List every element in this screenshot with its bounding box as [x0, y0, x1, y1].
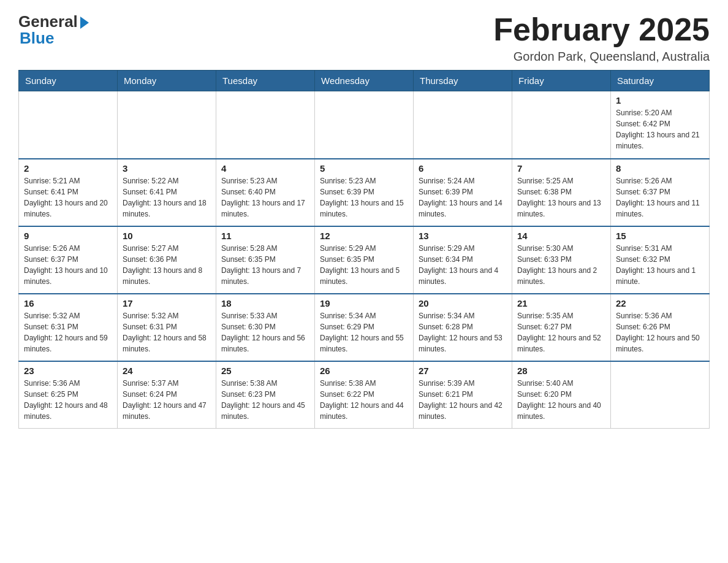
calendar-header-saturday: Saturday [611, 71, 710, 91]
calendar-cell: 23Sunrise: 5:36 AMSunset: 6:25 PMDayligh… [19, 361, 118, 429]
week-row-2: 2Sunrise: 5:21 AMSunset: 6:41 PMDaylight… [19, 159, 710, 226]
calendar-cell [611, 361, 710, 429]
day-info: Sunrise: 5:31 AMSunset: 6:32 PMDaylight:… [616, 243, 704, 287]
day-number: 17 [123, 298, 211, 308]
day-number: 8 [616, 163, 704, 174]
day-info: Sunrise: 5:36 AMSunset: 6:25 PMDaylight:… [24, 378, 112, 422]
day-number: 4 [221, 163, 309, 174]
day-info: Sunrise: 5:27 AMSunset: 6:36 PMDaylight:… [123, 243, 211, 287]
calendar-header-tuesday: Tuesday [216, 71, 315, 91]
day-info: Sunrise: 5:29 AMSunset: 6:35 PMDaylight:… [320, 243, 408, 287]
calendar-header-friday: Friday [512, 71, 611, 91]
week-row-4: 16Sunrise: 5:32 AMSunset: 6:31 PMDayligh… [19, 294, 710, 361]
calendar-cell: 21Sunrise: 5:35 AMSunset: 6:27 PMDayligh… [512, 294, 611, 361]
day-number: 25 [221, 366, 309, 376]
day-info: Sunrise: 5:38 AMSunset: 6:22 PMDaylight:… [320, 378, 408, 422]
day-number: 5 [320, 163, 408, 174]
calendar-cell: 1Sunrise: 5:20 AMSunset: 6:42 PMDaylight… [611, 91, 710, 159]
calendar-cell [315, 91, 414, 159]
calendar-cell: 10Sunrise: 5:27 AMSunset: 6:36 PMDayligh… [118, 226, 216, 294]
day-number: 28 [517, 366, 605, 376]
calendar-cell [414, 91, 512, 159]
day-number: 24 [123, 366, 211, 376]
calendar-cell: 4Sunrise: 5:23 AMSunset: 6:40 PMDaylight… [216, 159, 315, 226]
day-info: Sunrise: 5:23 AMSunset: 6:40 PMDaylight:… [221, 175, 309, 220]
calendar-cell: 2Sunrise: 5:21 AMSunset: 6:41 PMDaylight… [19, 159, 118, 226]
calendar-cell: 22Sunrise: 5:36 AMSunset: 6:26 PMDayligh… [611, 294, 710, 361]
calendar-cell: 28Sunrise: 5:40 AMSunset: 6:20 PMDayligh… [512, 361, 611, 429]
calendar-cell: 7Sunrise: 5:25 AMSunset: 6:38 PMDaylight… [512, 159, 611, 226]
calendar-cell: 11Sunrise: 5:28 AMSunset: 6:35 PMDayligh… [216, 226, 315, 294]
calendar-cell: 13Sunrise: 5:29 AMSunset: 6:34 PMDayligh… [414, 226, 512, 294]
calendar-cell: 20Sunrise: 5:34 AMSunset: 6:28 PMDayligh… [414, 294, 512, 361]
location-text: Gordon Park, Queensland, Australia [493, 50, 710, 64]
day-info: Sunrise: 5:34 AMSunset: 6:28 PMDaylight:… [419, 310, 507, 354]
day-info: Sunrise: 5:40 AMSunset: 6:20 PMDaylight:… [517, 378, 605, 422]
day-number: 19 [320, 298, 408, 308]
calendar-cell: 24Sunrise: 5:37 AMSunset: 6:24 PMDayligh… [118, 361, 216, 429]
page-header: General Blue February 2025 Gordon Park, … [18, 12, 710, 64]
day-number: 22 [616, 298, 704, 308]
day-number: 26 [320, 366, 408, 376]
day-info: Sunrise: 5:36 AMSunset: 6:26 PMDaylight:… [616, 310, 704, 354]
week-row-3: 9Sunrise: 5:26 AMSunset: 6:37 PMDaylight… [19, 226, 710, 294]
day-number: 13 [419, 231, 507, 241]
week-row-5: 23Sunrise: 5:36 AMSunset: 6:25 PMDayligh… [19, 361, 710, 429]
day-info: Sunrise: 5:20 AMSunset: 6:42 PMDaylight:… [616, 107, 704, 151]
day-info: Sunrise: 5:22 AMSunset: 6:41 PMDaylight:… [123, 175, 211, 220]
week-row-1: 1Sunrise: 5:20 AMSunset: 6:42 PMDaylight… [19, 91, 710, 159]
day-info: Sunrise: 5:24 AMSunset: 6:39 PMDaylight:… [419, 175, 507, 220]
calendar-header-monday: Monday [118, 71, 216, 91]
title-block: February 2025 Gordon Park, Queensland, A… [493, 12, 710, 64]
day-number: 6 [419, 163, 507, 174]
day-info: Sunrise: 5:25 AMSunset: 6:38 PMDaylight:… [517, 175, 605, 220]
logo: General Blue [18, 12, 89, 48]
calendar-cell: 25Sunrise: 5:38 AMSunset: 6:23 PMDayligh… [216, 361, 315, 429]
month-title: February 2025 [493, 12, 710, 47]
calendar-cell: 16Sunrise: 5:32 AMSunset: 6:31 PMDayligh… [19, 294, 118, 361]
day-info: Sunrise: 5:38 AMSunset: 6:23 PMDaylight:… [221, 378, 309, 422]
calendar-cell: 27Sunrise: 5:39 AMSunset: 6:21 PMDayligh… [414, 361, 512, 429]
calendar-table: SundayMondayTuesdayWednesdayThursdayFrid… [18, 70, 710, 429]
day-number: 11 [221, 231, 309, 241]
day-info: Sunrise: 5:26 AMSunset: 6:37 PMDaylight:… [616, 175, 704, 220]
day-info: Sunrise: 5:21 AMSunset: 6:41 PMDaylight:… [24, 175, 112, 220]
calendar-header-row: SundayMondayTuesdayWednesdayThursdayFrid… [19, 71, 710, 91]
day-number: 3 [123, 163, 211, 174]
day-info: Sunrise: 5:32 AMSunset: 6:31 PMDaylight:… [123, 310, 211, 354]
day-number: 16 [24, 298, 112, 308]
calendar-header-sunday: Sunday [19, 71, 118, 91]
calendar-cell: 19Sunrise: 5:34 AMSunset: 6:29 PMDayligh… [315, 294, 414, 361]
day-info: Sunrise: 5:39 AMSunset: 6:21 PMDaylight:… [419, 378, 507, 422]
calendar-cell: 15Sunrise: 5:31 AMSunset: 6:32 PMDayligh… [611, 226, 710, 294]
calendar-header-wednesday: Wednesday [315, 71, 414, 91]
day-number: 10 [123, 231, 211, 241]
day-info: Sunrise: 5:34 AMSunset: 6:29 PMDaylight:… [320, 310, 408, 354]
day-number: 1 [616, 95, 704, 105]
day-info: Sunrise: 5:37 AMSunset: 6:24 PMDaylight:… [123, 378, 211, 422]
calendar-cell: 6Sunrise: 5:24 AMSunset: 6:39 PMDaylight… [414, 159, 512, 226]
day-number: 21 [517, 298, 605, 308]
day-number: 18 [221, 298, 309, 308]
calendar-cell [512, 91, 611, 159]
calendar-cell: 5Sunrise: 5:23 AMSunset: 6:39 PMDaylight… [315, 159, 414, 226]
calendar-cell: 3Sunrise: 5:22 AMSunset: 6:41 PMDaylight… [118, 159, 216, 226]
calendar-cell [19, 91, 118, 159]
logo-blue-text: Blue [20, 29, 54, 48]
day-info: Sunrise: 5:32 AMSunset: 6:31 PMDaylight:… [24, 310, 112, 354]
calendar-cell: 12Sunrise: 5:29 AMSunset: 6:35 PMDayligh… [315, 226, 414, 294]
day-info: Sunrise: 5:26 AMSunset: 6:37 PMDaylight:… [24, 243, 112, 287]
day-info: Sunrise: 5:30 AMSunset: 6:33 PMDaylight:… [517, 243, 605, 287]
day-number: 14 [517, 231, 605, 241]
calendar-cell: 17Sunrise: 5:32 AMSunset: 6:31 PMDayligh… [118, 294, 216, 361]
calendar-cell: 18Sunrise: 5:33 AMSunset: 6:30 PMDayligh… [216, 294, 315, 361]
day-info: Sunrise: 5:29 AMSunset: 6:34 PMDaylight:… [419, 243, 507, 287]
day-number: 12 [320, 231, 408, 241]
calendar-cell: 8Sunrise: 5:26 AMSunset: 6:37 PMDaylight… [611, 159, 710, 226]
calendar-header-thursday: Thursday [414, 71, 512, 91]
calendar-cell: 14Sunrise: 5:30 AMSunset: 6:33 PMDayligh… [512, 226, 611, 294]
day-number: 20 [419, 298, 507, 308]
day-info: Sunrise: 5:23 AMSunset: 6:39 PMDaylight:… [320, 175, 408, 220]
day-number: 2 [24, 163, 112, 174]
calendar-cell [216, 91, 315, 159]
